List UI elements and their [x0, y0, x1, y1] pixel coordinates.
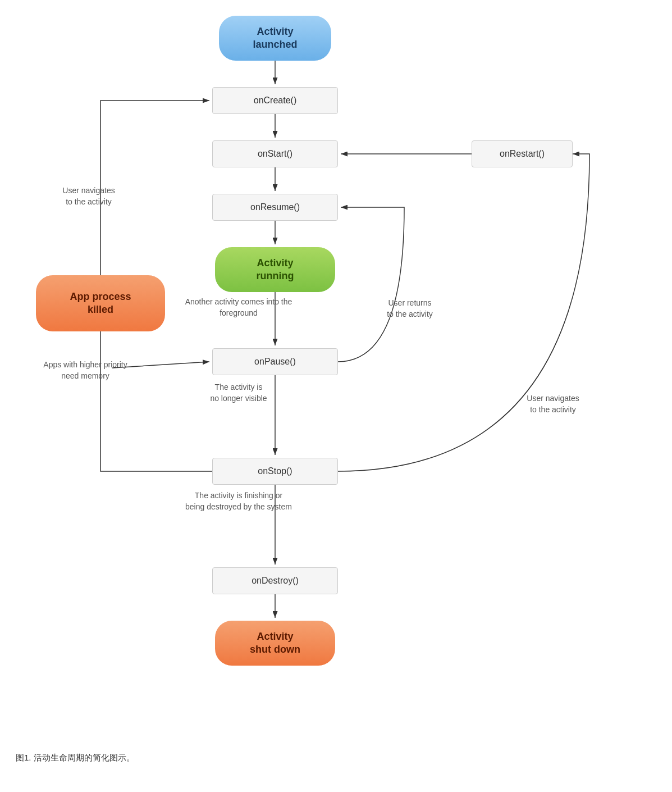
label-user-returns: User returnsto the activity	[365, 298, 455, 320]
on-resume-node: onResume()	[212, 194, 338, 221]
figure-caption: 图1. 活动生命周期的简化图示。	[16, 753, 135, 763]
on-start-node: onStart()	[212, 140, 338, 167]
label-no-longer-visible: The activity isno longer visible	[180, 382, 298, 404]
diagram-container: Activity launched onCreate() onStart() o…	[0, 0, 672, 770]
on-create-node: onCreate()	[212, 87, 338, 114]
activity-running-node: Activity running	[215, 247, 335, 292]
app-process-killed-node: App process killed	[36, 275, 165, 331]
activity-launched-node: Activity launched	[219, 16, 331, 61]
label-another-activity: Another activity comes into the foregrou…	[174, 297, 303, 318]
arrows-svg	[0, 0, 672, 770]
label-finishing-destroyed: The activity is finishing orbeing destro…	[160, 490, 317, 512]
on-stop-node: onStop()	[212, 458, 338, 485]
label-apps-higher-priority: Apps with higher priorityneed memory	[29, 359, 141, 381]
label-user-navigates-right: User navigatesto the activity	[505, 393, 601, 415]
on-pause-node: onPause()	[212, 348, 338, 375]
activity-shutdown-node: Activity shut down	[215, 621, 335, 666]
on-restart-node: onRestart()	[472, 140, 573, 167]
on-destroy-node: onDestroy()	[212, 567, 338, 594]
label-user-navigates-left: User navigatesto the activity	[44, 185, 134, 207]
